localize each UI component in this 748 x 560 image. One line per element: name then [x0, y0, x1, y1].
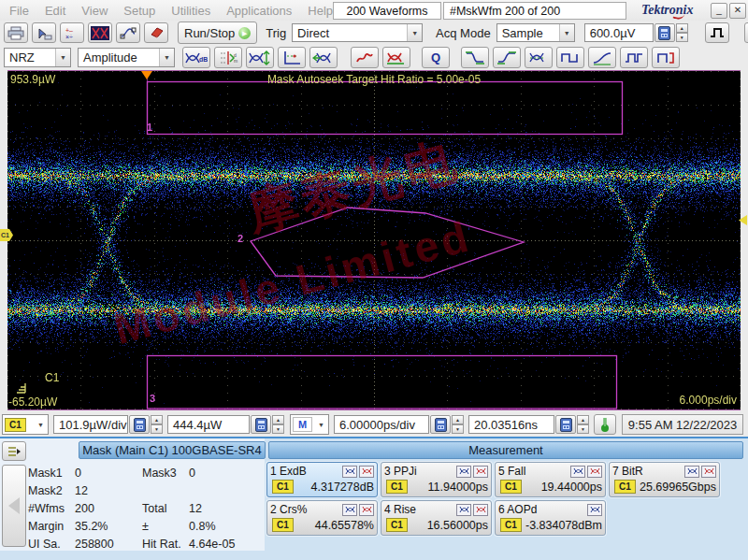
print-button[interactable] [4, 22, 28, 43]
horizontal-scale-keypad-button[interactable] [430, 415, 451, 434]
vertical-offset-stepper[interactable]: ▲ ▼ [272, 415, 284, 434]
mask-row-value: 35.2% [75, 520, 142, 533]
graticule-display: Mask Autoseek Target Hit Ratio = 5.00e-0… [7, 70, 741, 410]
autoset-edge-button[interactable] [705, 22, 729, 43]
minimize-button[interactable]: _ [711, 3, 727, 19]
vertical-scale-keypad-button[interactable] [129, 415, 150, 434]
table-row: #Wfms200 Total12 [28, 499, 268, 517]
edge-pulse-icon [709, 26, 726, 39]
spinner-up-icon[interactable]: ▲ [151, 415, 163, 424]
mask-button[interactable] [88, 22, 112, 43]
horizontal-scale-field[interactable]: 6.00000ps/div [334, 415, 429, 434]
menu-file[interactable]: File [9, 4, 29, 18]
acq-mode-select[interactable]: Sample▼ [496, 23, 575, 42]
autoset-vertical-button[interactable]: dm [214, 47, 242, 68]
source-badge: C1 [386, 518, 408, 532]
left-nav-arrow-icon [8, 497, 20, 514]
menu-help[interactable]: Help [308, 4, 333, 18]
spinner-up-icon[interactable]: ▲ [577, 415, 589, 424]
eye-mask-red-icon[interactable] [359, 504, 374, 516]
horizontal-position-field[interactable]: 20.03516ns [468, 415, 554, 434]
eye-align-button[interactable] [309, 47, 338, 68]
eye-mask-red-icon[interactable] [473, 504, 488, 516]
measurement-cell-bitr[interactable]: 7 BitR C1 25.69965Gbps [609, 462, 720, 497]
eye-mask-red-icon[interactable] [473, 466, 488, 478]
measure-category-select[interactable]: Amplitude▼ [78, 48, 175, 67]
measurement-label: 5 Fall [498, 465, 525, 478]
spinner-down-icon[interactable]: ▼ [676, 33, 688, 42]
q-factor-button[interactable]: Q [422, 47, 450, 68]
spinner-down-icon[interactable]: ▼ [272, 424, 284, 434]
channel-select[interactable]: C1 ▼ [2, 414, 49, 435]
menu-view[interactable]: View [81, 4, 108, 18]
vertical-offset-field[interactable]: 444.4µW [167, 415, 250, 434]
mask-db-button[interactable]: dB [182, 47, 210, 68]
temperature-button[interactable] [594, 414, 616, 435]
panel-menu-button[interactable] [2, 441, 26, 461]
menu-setup[interactable]: Setup [123, 4, 155, 18]
trigger-level-keypad-button[interactable] [654, 23, 675, 42]
logo-swoosh [672, 11, 685, 22]
measurement-cell-crs[interactable]: 2 Crs% C1 44.65578% [266, 500, 378, 536]
measurement-cell-fall[interactable]: 5 Fall C1 19.44000ps [495, 462, 606, 497]
mask-row-label: ± [142, 520, 189, 533]
modulation-select[interactable]: NRZ▼ [4, 48, 71, 67]
meas-crossing-button[interactable] [525, 47, 553, 68]
meas-nrz-button[interactable] [652, 47, 680, 68]
eye-mask-icon[interactable] [342, 504, 357, 516]
table-row: Margin35.2% ±0.8% [28, 517, 268, 535]
waveform-cursors-button[interactable] [116, 22, 140, 43]
touchscreen-button[interactable] [32, 22, 56, 43]
spinner-up-icon[interactable]: ▲ [272, 415, 284, 424]
set-50pct-button[interactable]: 50% [744, 22, 748, 43]
measurement-cell-exdb[interactable]: 1 ExdB C1 4.317278dB [266, 462, 378, 497]
menu-edit[interactable]: Edit [45, 4, 65, 18]
vertical-scale-field[interactable]: 101.9µW/div [53, 415, 128, 434]
timebase-select[interactable]: M ▼ [290, 414, 329, 435]
meas-amplitude-button[interactable] [620, 47, 648, 68]
spinner-down-icon[interactable]: ▼ [577, 424, 589, 434]
vertical-scale-stepper[interactable]: ▲ ▼ [151, 415, 163, 434]
eye-mask-red-icon[interactable] [359, 466, 374, 478]
menu-utilities[interactable]: Utilities [171, 4, 210, 18]
histogram-button[interactable] [278, 47, 306, 68]
eye-mask-icon[interactable] [456, 466, 471, 478]
mask-hits-button[interactable] [382, 47, 410, 68]
eye-mask-icon[interactable] [456, 504, 471, 516]
eye-autoscale-button[interactable] [246, 47, 274, 68]
fall-waveform-icon [465, 50, 485, 65]
close-button[interactable]: ✕ [729, 3, 746, 19]
horizontal-position-stepper[interactable]: ▲ ▼ [577, 415, 589, 434]
meas-edge-button[interactable] [588, 47, 616, 68]
measurement-cell-aopd[interactable]: 6 AOPd C1 -3.834078dBm [495, 500, 606, 536]
eye-mask-icon[interactable] [587, 504, 602, 516]
eye-mask-icon[interactable] [570, 466, 585, 478]
measurement-cell-rise[interactable]: 4 Rise C1 16.56000ps [381, 500, 492, 536]
eye-mask-icon[interactable] [342, 466, 357, 478]
horizontal-scale-stepper[interactable]: ▲ ▼ [452, 415, 464, 434]
spinner-down-icon[interactable]: ▼ [452, 424, 464, 434]
vertical-offset-keypad-button[interactable] [251, 415, 271, 434]
eye-mask-red-icon[interactable] [587, 466, 602, 478]
meas-fall-button[interactable] [461, 47, 489, 68]
trigger-level-field[interactable]: 600.0µV [584, 23, 654, 42]
eye-mask-icon[interactable] [684, 466, 699, 478]
menu-applications[interactable]: Applications [226, 4, 292, 18]
math-button[interactable]: +–×÷ [60, 22, 84, 43]
horizontal-position-keypad-button[interactable] [555, 415, 576, 434]
meas-rise-button[interactable] [493, 47, 521, 68]
erase-button[interactable] [144, 22, 168, 43]
annotation-button[interactable] [351, 47, 379, 68]
spinner-down-icon[interactable]: ▼ [151, 424, 163, 434]
meas-pulse-button[interactable] [556, 47, 584, 68]
spinner-up-icon[interactable]: ▲ [452, 415, 464, 424]
panel-collapse-button[interactable] [2, 465, 26, 547]
spinner-up-icon[interactable]: ▲ [676, 23, 688, 33]
calculator-icon [658, 26, 670, 40]
trigger-source-select[interactable]: Direct▼ [292, 23, 423, 42]
eye-vertical-icon [249, 50, 271, 65]
measurement-cell-ppji[interactable]: 3 PPJi C1 11.94000ps [381, 462, 492, 497]
trigger-level-stepper[interactable]: ▲ ▼ [676, 23, 688, 42]
run-stop-button[interactable]: Run/Stop ▶ [178, 22, 257, 44]
eye-mask-red-icon[interactable] [701, 466, 716, 478]
